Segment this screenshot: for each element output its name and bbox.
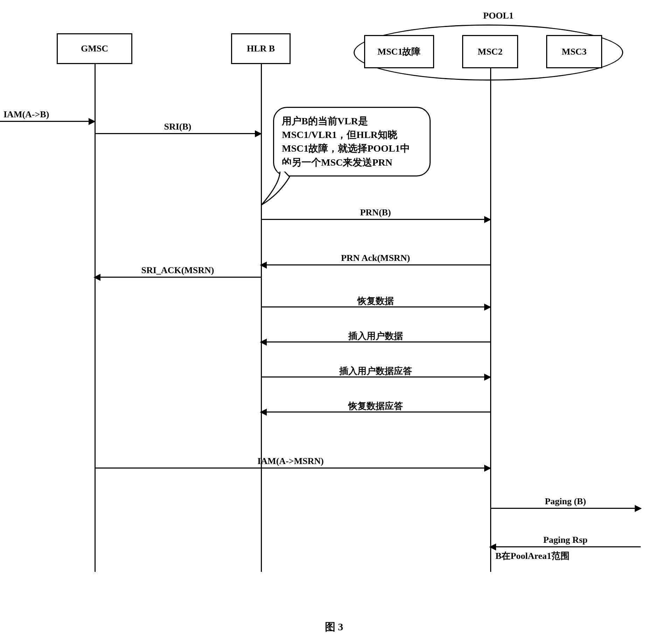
lifeline-gmsc: [95, 64, 96, 572]
participant-msc3: MSC3: [546, 35, 602, 68]
msg-restore-data: 恢复数据: [261, 306, 490, 307]
msg-insert-user-ack: 插入用户数据应答: [261, 376, 490, 378]
msg-paging-rsp: Paging Rsp: [490, 546, 641, 547]
speech-line-2: MSC1/VLR1，但HLR知晓: [282, 128, 422, 141]
msg-paging-b: Paging (B): [490, 508, 641, 509]
participant-msc2: MSC2: [462, 35, 518, 68]
msg-iam-msrn-label: IAM(A->MSRN): [257, 456, 324, 466]
msg-iam-ab: IAM(A->B): [0, 121, 95, 122]
msg-sri-b: SRI(B): [95, 133, 261, 134]
msg-restore-data-ack-label: 恢复数据应答: [348, 400, 403, 412]
speech-line-4: 的另一个MSC来发送PRN: [282, 155, 422, 169]
speech-tail-icon: [260, 165, 291, 207]
participant-hlrb: HLR B: [231, 33, 291, 64]
figure-label: 图 3: [0, 620, 668, 634]
msg-iam-msrn: IAM(A->MSRN): [95, 468, 490, 469]
msg-prn-b: PRN(B): [261, 219, 490, 220]
footer-note: B在PoolArea1范围: [495, 550, 570, 562]
msg-prn-ack-label: PRN Ack(MSRN): [341, 253, 410, 263]
msg-restore-data-ack: 恢复数据应答: [261, 411, 490, 413]
msg-paging-b-label: Paging (B): [545, 496, 586, 507]
msg-sri-ack: SRI_ACK(MSRN): [95, 277, 261, 278]
msg-sri-b-label: SRI(B): [164, 122, 191, 132]
participant-msc1: MSC1故障: [364, 35, 434, 68]
speech-line-1: 用户B的当前VLR是: [282, 114, 422, 128]
pool-label: POOL1: [483, 11, 514, 21]
msg-paging-rsp-label: Paging Rsp: [543, 535, 587, 545]
msg-insert-user: 插入用户数据: [261, 341, 490, 342]
msg-sri-ack-label: SRI_ACK(MSRN): [141, 265, 214, 276]
msg-restore-data-label: 恢复数据: [357, 295, 394, 307]
msg-insert-user-ack-label: 插入用户数据应答: [339, 365, 412, 377]
svg-rect-0: [277, 165, 291, 172]
lifeline-msc2: [490, 68, 491, 572]
lifeline-hlrb: [261, 64, 262, 572]
msg-iam-ab-label: IAM(A->B): [4, 109, 49, 120]
msg-prn-ack: PRN Ack(MSRN): [261, 264, 490, 265]
speech-bubble: 用户B的当前VLR是 MSC1/VLR1，但HLR知晓 MSC1故障，就选择PO…: [273, 107, 431, 176]
speech-line-3: MSC1故障，就选择POOL1中: [282, 141, 422, 155]
msg-prn-b-label: PRN(B): [360, 207, 391, 218]
participant-gmsc: GMSC: [57, 33, 132, 64]
msg-insert-user-label: 插入用户数据: [348, 330, 403, 342]
